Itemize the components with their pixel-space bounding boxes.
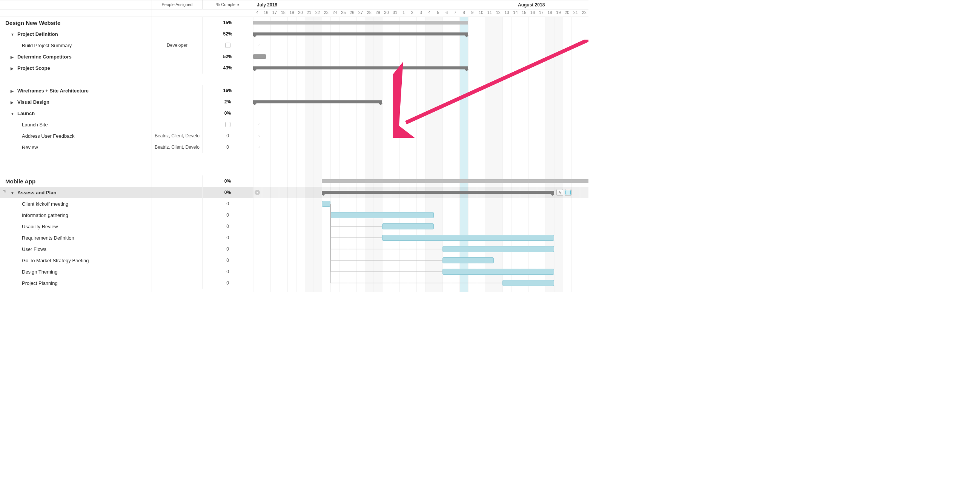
complete-cell[interactable]: 43%	[202, 62, 253, 73]
row-menu-button[interactable]: ▾	[255, 190, 260, 195]
gantt-row[interactable]	[253, 175, 589, 187]
disclosure-toggle[interactable]: ▼	[11, 112, 14, 116]
people-cell[interactable]	[152, 266, 202, 277]
col-complete-header[interactable]: % Complete	[202, 0, 253, 9]
people-cell[interactable]	[152, 187, 202, 198]
task-row[interactable]: Go To Market Strategy Briefing	[0, 255, 152, 266]
complete-button[interactable]	[565, 189, 571, 196]
complete-cell[interactable]: 0	[202, 142, 253, 153]
scroll-left-icon[interactable]: ‹	[258, 145, 259, 149]
group-row[interactable]: ▶Visual Design	[0, 96, 152, 108]
people-cell[interactable]	[152, 175, 202, 187]
group-row[interactable]: ▼Project Definition	[0, 28, 152, 40]
complete-cell[interactable]: 0	[202, 243, 253, 255]
people-cell[interactable]	[152, 232, 202, 243]
gantt-pane[interactable]: July 2018August 2018 4161718192021222324…	[253, 0, 589, 292]
complete-cell[interactable]: 0	[202, 232, 253, 243]
gray-bar[interactable]	[253, 54, 266, 59]
complete-cell[interactable]	[202, 40, 253, 51]
people-cell[interactable]	[152, 119, 202, 130]
group-bar[interactable]	[253, 32, 468, 35]
edit-button[interactable]: ✎	[557, 189, 563, 196]
complete-checkbox[interactable]	[225, 43, 231, 48]
complete-cell[interactable]: 52%	[202, 28, 253, 40]
disclosure-toggle[interactable]: ▼	[11, 32, 14, 37]
complete-cell[interactable]: 0	[202, 277, 253, 288]
complete-cell[interactable]: 0	[202, 255, 253, 266]
group-row[interactable]: ▶Project Scope	[0, 62, 152, 73]
task-row[interactable]: Client kickoff meeting	[0, 198, 152, 209]
project-row[interactable]: Mobile App	[0, 175, 152, 187]
group-row[interactable]: ▶Determine Competitors	[0, 51, 152, 62]
disclosure-toggle[interactable]: ▶	[11, 100, 14, 105]
complete-cell[interactable]: 0	[202, 198, 253, 209]
summary-bar[interactable]	[253, 21, 468, 24]
gantt-row[interactable]	[253, 17, 589, 28]
gantt-row[interactable]	[253, 51, 589, 62]
group-row[interactable]: ▼Launch	[0, 108, 152, 119]
complete-cell[interactable]: 0	[202, 209, 253, 221]
complete-cell[interactable]: 0%	[202, 108, 253, 119]
task-row[interactable]: Review	[0, 142, 152, 153]
gantt-row[interactable]	[253, 28, 589, 40]
summary-bar[interactable]	[322, 179, 589, 183]
complete-cell[interactable]: 0%	[202, 187, 253, 198]
complete-cell[interactable]	[202, 119, 253, 130]
people-cell[interactable]	[152, 62, 202, 73]
task-row[interactable]: Information gathering	[0, 209, 152, 221]
complete-cell[interactable]: 0	[202, 130, 253, 142]
task-row[interactable]: Project Planning	[0, 277, 152, 288]
people-cell[interactable]	[152, 28, 202, 40]
scroll-left-icon[interactable]: ‹	[258, 122, 259, 126]
people-cell[interactable]	[152, 85, 202, 96]
col-people-header[interactable]: People Assigned	[152, 0, 202, 9]
gantt-row[interactable]	[253, 85, 589, 96]
task-row[interactable]: Requirements Definition	[0, 232, 152, 243]
scroll-left-icon[interactable]: ‹	[258, 43, 259, 47]
group-row[interactable]: ⇅▼Assess and Plan	[0, 187, 152, 198]
complete-cell[interactable]: 0%	[202, 175, 253, 187]
gantt-row[interactable]	[253, 62, 589, 73]
people-cell[interactable]: Beatriz, Client, Develo	[152, 130, 202, 142]
people-cell[interactable]	[152, 255, 202, 266]
people-cell[interactable]	[152, 209, 202, 221]
people-cell[interactable]	[152, 96, 202, 108]
complete-checkbox[interactable]	[225, 122, 231, 127]
disclosure-toggle[interactable]: ▶	[11, 55, 14, 59]
mark-complete-checkbox[interactable]	[565, 190, 571, 195]
people-cell[interactable]	[152, 108, 202, 119]
scroll-left-icon[interactable]: ‹	[258, 134, 259, 138]
task-row[interactable]: Design Theming	[0, 266, 152, 277]
group-row[interactable]: ▶Wireframes + Site Architecture	[0, 85, 152, 96]
task-row[interactable]: Launch Site	[0, 119, 152, 130]
gantt-row[interactable]: ▾✎	[253, 187, 589, 198]
group-bar[interactable]	[322, 191, 554, 194]
complete-cell[interactable]: 0	[202, 221, 253, 232]
complete-cell[interactable]: 52%	[202, 51, 253, 62]
complete-cell[interactable]: 0	[202, 266, 253, 277]
complete-cell[interactable]: 16%	[202, 85, 253, 96]
task-row[interactable]: Address User Feedback	[0, 130, 152, 142]
gantt-row[interactable]: ‹	[253, 130, 589, 142]
disclosure-toggle[interactable]: ▶	[11, 89, 14, 93]
people-cell[interactable]	[152, 221, 202, 232]
task-row[interactable]: Usability Review	[0, 221, 152, 232]
gantt-row[interactable]	[253, 108, 589, 119]
complete-cell[interactable]: 15%	[202, 17, 253, 28]
task-row[interactable]: User Flows	[0, 243, 152, 255]
disclosure-toggle[interactable]: ▶	[11, 66, 14, 70]
people-cell[interactable]: Beatriz, Client, Develo	[152, 142, 202, 153]
people-cell[interactable]	[152, 277, 202, 288]
project-row[interactable]: Design New Website	[0, 17, 152, 28]
gantt-row[interactable]: ‹	[253, 119, 589, 130]
gantt-row[interactable]	[253, 96, 589, 108]
complete-cell[interactable]: 2%	[202, 96, 253, 108]
gantt-row[interactable]: ‹	[253, 142, 589, 153]
people-cell[interactable]	[152, 198, 202, 209]
people-cell[interactable]	[152, 51, 202, 62]
task-row[interactable]: Build Project Summary	[0, 40, 152, 51]
gantt-row[interactable]: ‹	[253, 40, 589, 51]
disclosure-toggle[interactable]: ▼	[11, 191, 14, 195]
drag-handle-icon[interactable]: ⇅	[3, 190, 7, 195]
group-bar[interactable]	[253, 66, 468, 69]
